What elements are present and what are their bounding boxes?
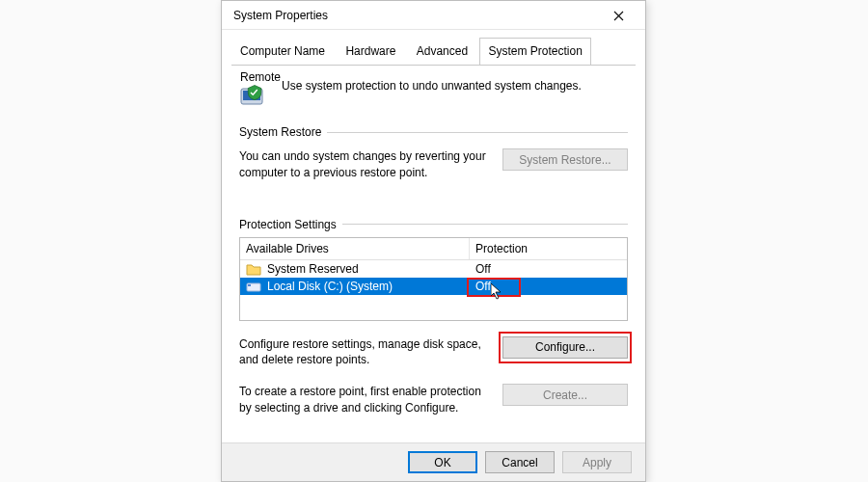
tab-computer-name[interactable]: Computer Name <box>231 38 334 64</box>
intro-row: Use system protection to undo unwanted s… <box>239 79 628 112</box>
drive-protection: Off <box>470 262 627 276</box>
intro-text: Use system protection to undo unwanted s… <box>282 79 582 93</box>
tabs-bar: Computer Name Hardware Advanced System P… <box>231 38 636 66</box>
close-icon <box>613 11 624 21</box>
column-header-protection[interactable]: Protection <box>470 238 627 259</box>
system-restore-group: System Restore You can undo system chang… <box>239 125 628 181</box>
protection-settings-group: Protection Settings Available Drives Pro… <box>239 218 628 416</box>
drive-row[interactable]: System Reserved Off <box>240 260 627 278</box>
system-restore-desc: You can undo system changes by reverting… <box>239 148 493 181</box>
drives-header: Available Drives Protection <box>240 238 627 260</box>
window-title: System Properties <box>233 9 599 22</box>
close-button[interactable] <box>599 2 637 29</box>
system-restore-button: System Restore... <box>502 148 628 171</box>
configure-desc: Configure restore settings, manage disk … <box>239 336 493 369</box>
tab-hardware[interactable]: Hardware <box>337 38 404 64</box>
dialog-footer: OK Cancel Apply <box>222 442 645 481</box>
cancel-button[interactable]: Cancel <box>485 451 555 473</box>
drive-protection: Off <box>475 280 491 293</box>
folder-icon <box>246 262 261 276</box>
tab-system-protection[interactable]: System Protection <box>479 38 590 65</box>
tab-advanced[interactable]: Advanced <box>408 38 476 64</box>
titlebar: System Properties <box>222 1 645 30</box>
drive-name: Local Disk (C:) (System) <box>267 280 393 293</box>
drive-name: System Reserved <box>267 262 359 276</box>
create-button: Create... <box>502 384 628 406</box>
tab-content: Use system protection to undo unwanted s… <box>222 66 645 442</box>
configure-button[interactable]: Configure... <box>502 336 628 359</box>
protection-settings-title: Protection Settings <box>239 218 337 231</box>
drive-icon <box>246 280 261 293</box>
column-header-drive[interactable]: Available Drives <box>240 238 470 259</box>
ok-button[interactable]: OK <box>408 451 477 473</box>
system-restore-title: System Restore <box>239 125 321 139</box>
apply-button: Apply <box>562 451 632 473</box>
system-properties-dialog: System Properties Computer Name Hardware… <box>221 0 646 482</box>
drives-listview[interactable]: Available Drives Protection System Reser… <box>239 237 628 321</box>
tab-remote[interactable]: Remote <box>231 64 289 90</box>
create-desc: To create a restore point, first enable … <box>239 384 493 416</box>
drive-row[interactable]: Local Disk (C:) (System) Off <box>240 278 627 295</box>
svg-rect-3 <box>248 284 251 286</box>
